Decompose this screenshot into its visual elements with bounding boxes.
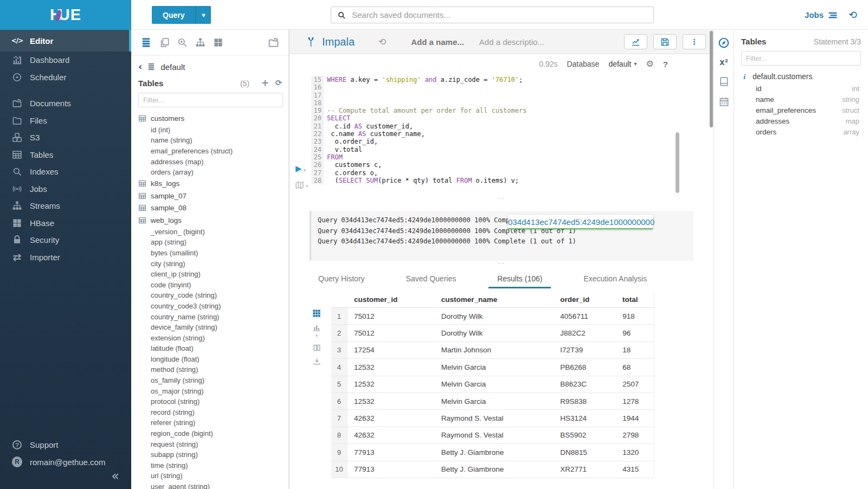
assist-column[interactable]: addresses (map) [138,156,283,167]
assist-column[interactable]: region_code (bigint) [138,428,283,439]
sidebar-item-importer[interactable]: ⇄Importer [0,249,131,266]
documents-source-icon[interactable] [159,37,170,48]
database-source-icon[interactable] [140,37,152,48]
minimap-icon[interactable] [295,181,304,190]
results-row[interactable]: 977913Betty J. GiambroneDN88151320 [331,444,654,461]
hue-logo[interactable]: HUE [50,6,81,24]
sidebar-item-files[interactable]: Files [0,112,131,130]
assist-table-customers[interactable]: customers [138,112,283,125]
back-chevron-icon[interactable]: ‹ [138,62,142,72]
query-button[interactable]: Query [152,6,195,24]
query-history-icon[interactable]: ⟲ [378,37,386,47]
columns-icon[interactable] [313,344,321,352]
save-button[interactable] [653,34,677,49]
results-row[interactable]: 317254Martin JohnsonI72T3918 [331,342,654,359]
apps-grid-icon[interactable] [213,37,223,48]
results-row[interactable]: 742632Raymond S. VestalHS31241944 [331,410,654,427]
jobs-link[interactable]: Jobs [805,10,838,20]
assist-table-k8s-logs[interactable]: k8s_logs [138,177,283,190]
sidebar-item-jobs[interactable]: Jobs [0,181,131,198]
assist-column[interactable]: extension (string) [138,332,283,343]
sidebar-item-hbase[interactable]: HBase [0,215,131,232]
language-reference-icon[interactable] [719,76,729,87]
chart-view-icon[interactable] [312,323,321,332]
sidebar-item-tables[interactable]: Tables [0,146,131,164]
right-column-id[interactable]: idint [741,83,861,94]
assist-table-sample-07[interactable]: sample_07 [138,190,283,202]
results-header-order-id[interactable]: order_id [554,295,616,304]
sidebar-item-documents[interactable]: Documents [0,95,131,112]
tab-saved-queries[interactable]: Saved Queries [397,269,465,288]
folder-icon[interactable] [268,37,279,48]
assist-column[interactable]: record (string) [138,407,283,418]
assist-column[interactable]: city (string) [138,258,283,269]
assist-column[interactable]: country_code3 (string) [138,301,283,312]
results-row[interactable]: 512532Melvin GarciaB8623C2507 [331,376,654,393]
assist-column[interactable]: time (string) [138,460,283,471]
sitemap-icon[interactable] [195,37,205,48]
tab-results-106[interactable]: Results (106) [488,269,551,288]
more-actions-button[interactable]: ⋮ [683,34,706,49]
query-caret-button[interactable]: ▼ [195,6,211,24]
sidebar-item-s3[interactable]: S3 [0,129,131,146]
assist-column[interactable]: longitude (float) [138,354,283,365]
assist-column[interactable]: bytes (smallint) [138,248,283,259]
results-row[interactable]: 842632Raymond S. VestalBS59022798 [331,427,654,444]
resize-handle-bottom[interactable]: ⋯ [290,261,713,268]
sidebar-item-scheduler[interactable]: Scheduler [0,69,131,86]
assist-filter-input[interactable] [138,93,283,107]
functions-icon[interactable]: x² [719,59,728,67]
execute-button[interactable]: ▶▾ [295,165,306,173]
results-row[interactable]: 412532Melvin GarciaPB626868 [331,359,654,376]
assist-column[interactable]: os_major (string) [138,385,283,396]
schedule-icon[interactable] [719,96,729,107]
assist-column[interactable]: country_code (string) [138,290,283,301]
sidebar-item-editor[interactable]: </>Editor [0,30,131,52]
results-header-total[interactable]: total [616,295,654,304]
query-description-field[interactable]: Add a descriptio... [479,37,544,47]
chart-button[interactable] [624,34,647,49]
assist-column[interactable]: code (tinyint) [138,279,283,290]
database-name[interactable]: default [160,62,185,72]
database-dropdown[interactable]: default ▾ [608,60,636,68]
sidebar-item-support[interactable]: ? Support [0,436,131,454]
grid-view-icon[interactable] [312,309,321,318]
assist-column[interactable]: subapp (string) [138,449,283,460]
history-icon[interactable]: ⟲ [848,10,857,20]
settings-gear-icon[interactable]: ⚙ [646,60,653,68]
assist-column[interactable]: email_preferences (struct) [138,146,283,157]
query-name-field[interactable]: Add a name... [411,37,464,47]
download-icon[interactable] [313,357,321,365]
main-scrollbar[interactable] [710,31,713,127]
assist-column[interactable]: request (string) [138,439,283,449]
assist-column[interactable]: orders (array) [138,167,283,178]
editor-scrollbar[interactable] [676,132,679,193]
chart-caret-icon[interactable]: ▾ [316,333,318,338]
right-column-addresses[interactable]: addressesmap [741,116,861,127]
search-plus-icon[interactable] [177,37,188,48]
results-row[interactable]: 1077913Betty J. GiambroneXR27714315 [331,461,654,478]
assist-column[interactable]: user_agent (string) [138,481,283,489]
resize-handle-top[interactable]: ⋯ [290,196,713,203]
results-header-customer-id[interactable]: customer_id [348,295,435,304]
assist-column[interactable]: _version_ (bigint) [138,226,283,237]
right-filter-input[interactable] [741,51,861,66]
assist-column[interactable]: device_family (string) [138,322,283,333]
results-row[interactable]: 275012Dorothy WilkJ882C296 [331,325,654,342]
explorer-compass-icon[interactable] [718,37,730,49]
active-table-row[interactable]: i default.customers [741,72,861,81]
refresh-icon[interactable]: ⟳ [274,79,283,88]
assist-column[interactable]: referer (string) [138,417,283,428]
assist-column[interactable]: name (string) [138,135,283,146]
right-column-orders[interactable]: ordersarray [741,127,861,138]
assist-column[interactable]: id (int) [138,125,283,136]
sql-code[interactable]: WHERE a.key = 'shipping' and a.zip_code … [327,76,690,184]
assist-column[interactable]: client_ip (string) [138,269,283,280]
assist-column[interactable]: app (string) [138,237,283,248]
help-icon[interactable]: ? [663,60,668,69]
search-input[interactable] [351,10,647,20]
assist-column[interactable]: os_family (string) [138,375,283,386]
assist-column[interactable]: url (string) [138,471,283,481]
tab-query-history[interactable]: Query History [310,269,374,288]
sidebar-item-security[interactable]: Security [0,231,131,249]
